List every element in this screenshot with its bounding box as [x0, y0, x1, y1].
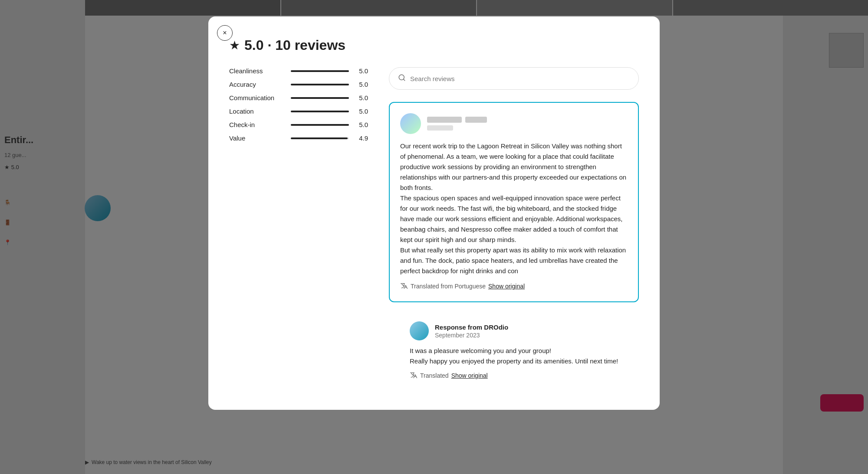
- reviewer-name-bar-2: [465, 117, 487, 123]
- rating-label-cleanliness: Cleanliness: [229, 67, 286, 75]
- rating-value-cleanliness: 5.0: [354, 67, 368, 75]
- rating-label-accuracy: Accuracy: [229, 81, 286, 88]
- modal-header: ★ 5.0 · 10 reviews: [229, 37, 639, 53]
- host-translation-label: Translated: [420, 372, 449, 379]
- modal-title: 5.0 · 10 reviews: [244, 37, 345, 53]
- rating-label-communication: Communication: [229, 94, 286, 101]
- modal-backdrop: × ★ 5.0 · 10 reviews Cleanliness5.0Accur…: [0, 0, 868, 474]
- search-input[interactable]: [410, 75, 630, 82]
- rating-bar-fill: [291, 70, 349, 72]
- show-original-link[interactable]: Show original: [488, 283, 525, 290]
- rating-bar-container: [291, 84, 349, 85]
- star-icon: ★: [229, 38, 240, 52]
- rating-label-location: Location: [229, 108, 286, 115]
- rating-value-location: 5.0: [354, 108, 368, 115]
- translation-icon: [400, 281, 408, 291]
- reviewer-date-bar: [427, 125, 453, 131]
- translation-note: Translated from Portuguese Show original: [400, 281, 628, 291]
- host-response: Response from DROdio September 2023 It w…: [399, 313, 639, 389]
- reviewer-name-bar: [427, 117, 462, 123]
- rating-bar-fill: [291, 97, 349, 99]
- rating-bar-container: [291, 137, 349, 139]
- review-text: Our recent work trip to the Lagoon Retre…: [400, 141, 628, 276]
- host-name: Response from DROdio: [435, 324, 508, 331]
- reviewer-avatar: [400, 113, 421, 134]
- reviewer-avatar-img: [400, 113, 421, 134]
- host-translation-note: Translated Show original: [410, 371, 628, 380]
- search-icon: [398, 74, 406, 83]
- review-card: Our recent work trip to the Lagoon Retre…: [389, 102, 639, 302]
- host-date: September 2023: [435, 332, 508, 339]
- rating-bar-container: [291, 97, 349, 99]
- reviews-section: Our recent work trip to the Lagoon Retre…: [389, 67, 639, 389]
- rating-row: Accuracy5.0: [229, 81, 368, 88]
- host-response-text: It was a pleasure welcoming you and your…: [410, 346, 628, 366]
- rating-bar-fill: [291, 137, 348, 139]
- rating-row: Value4.9: [229, 134, 368, 142]
- translation-label: Translated from Portuguese: [411, 283, 486, 290]
- rating-bar-container: [291, 111, 349, 112]
- host-avatar: [410, 321, 429, 340]
- rating-bar-fill: [291, 124, 349, 126]
- reviewer-header: [400, 113, 628, 134]
- rating-value-communication: 5.0: [354, 94, 368, 101]
- reviews-modal: × ★ 5.0 · 10 reviews Cleanliness5.0Accur…: [208, 16, 660, 410]
- reviewer-info: [427, 117, 487, 131]
- rating-value-accuracy: 5.0: [354, 81, 368, 88]
- rating-bar-fill: [291, 84, 349, 85]
- close-button[interactable]: ×: [217, 25, 233, 41]
- rating-row: Location5.0: [229, 108, 368, 115]
- rating-bar-container: [291, 70, 349, 72]
- modal-body: Cleanliness5.0Accuracy5.0Communication5.…: [229, 67, 639, 389]
- rating-row: Check-in5.0: [229, 121, 368, 128]
- rating-label-value: Value: [229, 134, 286, 142]
- reviewer-name-block: [427, 117, 487, 123]
- search-box: [389, 67, 639, 90]
- svg-line-1: [403, 79, 404, 80]
- rating-label-check-in: Check-in: [229, 121, 286, 128]
- host-response-header: Response from DROdio September 2023: [410, 321, 628, 340]
- host-show-original-link[interactable]: Show original: [451, 372, 488, 379]
- rating-row: Communication5.0: [229, 94, 368, 101]
- rating-value-value: 4.9: [354, 134, 368, 142]
- rating-row: Cleanliness5.0: [229, 67, 368, 75]
- host-translation-icon: [410, 371, 418, 380]
- ratings-section: Cleanliness5.0Accuracy5.0Communication5.…: [229, 67, 368, 389]
- host-info: Response from DROdio September 2023: [435, 324, 508, 339]
- rating-value-check-in: 5.0: [354, 121, 368, 128]
- rating-bar-fill: [291, 111, 349, 112]
- rating-bar-container: [291, 124, 349, 126]
